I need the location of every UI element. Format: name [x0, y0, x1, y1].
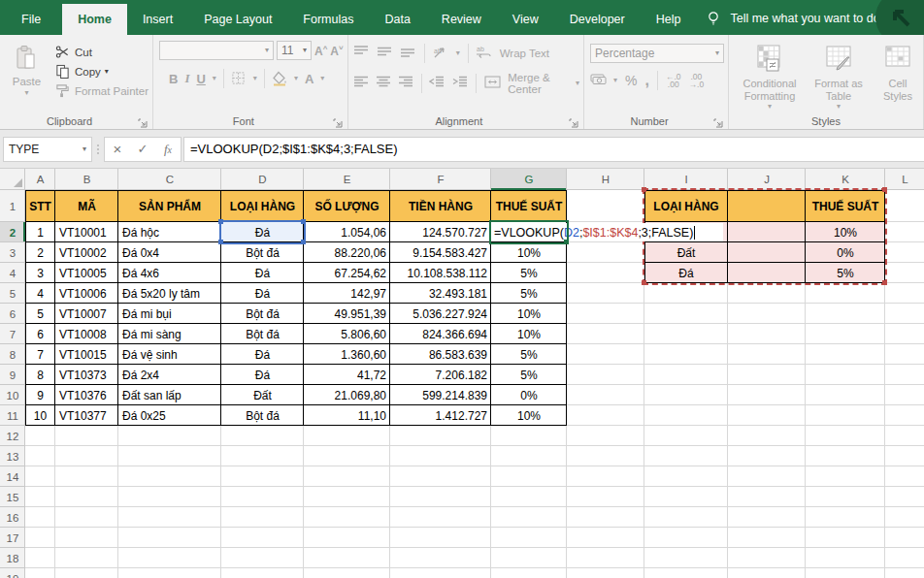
- align-left-icon[interactable]: [354, 76, 369, 91]
- cell-F5[interactable]: 32.493.181: [390, 283, 491, 304]
- cell-B2[interactable]: VT10001: [55, 222, 118, 242]
- row-header-4[interactable]: 4: [0, 263, 25, 283]
- cell-H9[interactable]: [567, 365, 644, 385]
- cell-E4[interactable]: 67.254,62: [304, 263, 390, 283]
- cell-E8[interactable]: 1.360,60: [304, 344, 390, 365]
- cell-H12[interactable]: [567, 426, 644, 446]
- cell-C16[interactable]: [118, 507, 221, 528]
- cell-K15[interactable]: [806, 487, 885, 507]
- font-color-caret-icon[interactable]: ▾: [320, 75, 324, 82]
- cell-K1[interactable]: THUẾ SUẤT: [806, 190, 885, 222]
- cell-E15[interactable]: [304, 487, 390, 507]
- cell-F8[interactable]: 86.583.639: [390, 344, 491, 365]
- cell-I9[interactable]: [644, 365, 728, 385]
- cell-L12[interactable]: [885, 426, 924, 446]
- cell-F3[interactable]: 9.154.583.427: [390, 242, 491, 263]
- cell-A12[interactable]: [25, 426, 55, 446]
- cell-C10[interactable]: Đất san lấp: [118, 385, 221, 405]
- cell-B9[interactable]: VT10373: [55, 365, 118, 385]
- fill-color-button[interactable]: [272, 71, 287, 86]
- cell-C2[interactable]: Đá hộc: [118, 222, 221, 242]
- cell-H13[interactable]: [567, 446, 644, 466]
- cell-editor[interactable]: =VLOOKUP(D2;$I$1:$K$4;3;FALSE): [492, 223, 723, 241]
- tab-help[interactable]: Help: [641, 4, 697, 35]
- row-header-17[interactable]: 17: [0, 528, 25, 548]
- cell-C1[interactable]: SẢN PHẨM: [118, 190, 221, 222]
- cell-A17[interactable]: [25, 528, 55, 548]
- underline-button[interactable]: U: [196, 72, 205, 86]
- cell-J5[interactable]: [728, 283, 806, 304]
- format-painter-button[interactable]: Format Painter: [55, 83, 148, 99]
- row-header-19[interactable]: 19: [0, 568, 25, 578]
- cell-G16[interactable]: [491, 507, 567, 528]
- cell-D11[interactable]: Bột đá: [221, 405, 304, 426]
- tab-review[interactable]: Review: [426, 4, 497, 35]
- cell-J2[interactable]: [728, 222, 806, 242]
- cell-E19[interactable]: [304, 568, 390, 578]
- cell-D5[interactable]: Đá: [221, 283, 304, 304]
- cell-D18[interactable]: [221, 548, 304, 568]
- cell-L4[interactable]: [885, 263, 924, 283]
- cell-D8[interactable]: Đá: [221, 344, 304, 365]
- cell-J16[interactable]: [728, 507, 806, 528]
- cell-B5[interactable]: VT10006: [55, 283, 118, 304]
- cell-J11[interactable]: [728, 405, 806, 426]
- cell-H6[interactable]: [567, 304, 644, 324]
- cell-G17[interactable]: [491, 528, 567, 548]
- cell-F6[interactable]: 5.036.227.924: [390, 304, 491, 324]
- cell-I1[interactable]: LOẠI HÀNG: [644, 190, 728, 222]
- sheet-grid[interactable]: ABCDEFGHIJKL1234567891011121314151617181…: [0, 169, 924, 578]
- format-as-table-button[interactable]: Format as Table ▾: [810, 41, 867, 112]
- cell-L13[interactable]: [885, 446, 924, 466]
- cell-C11[interactable]: Đá 0x25: [118, 405, 221, 426]
- clipboard-dialog-launcher[interactable]: [138, 114, 149, 126]
- cell-A2[interactable]: 1: [25, 222, 55, 242]
- cell-L15[interactable]: [885, 487, 924, 507]
- tab-developer[interactable]: Developer: [554, 4, 641, 35]
- cell-G8[interactable]: 5%: [491, 344, 567, 365]
- cell-J8[interactable]: [728, 344, 806, 365]
- cell-F16[interactable]: [390, 507, 491, 528]
- percent-style-button[interactable]: %: [625, 73, 637, 88]
- cell-F13[interactable]: [390, 446, 491, 466]
- cell-E16[interactable]: [304, 507, 390, 528]
- cell-E10[interactable]: 21.069,80: [304, 385, 390, 405]
- italic-button[interactable]: I: [184, 71, 189, 86]
- cell-I14[interactable]: [644, 466, 728, 487]
- formula-bar-drag-dots[interactable]: [94, 140, 102, 159]
- cell-I10[interactable]: [644, 385, 728, 405]
- cell-I12[interactable]: [644, 426, 728, 446]
- bold-button[interactable]: B: [169, 72, 178, 86]
- cell-C8[interactable]: Đá vệ sinh: [118, 344, 221, 365]
- cell-H17[interactable]: [567, 528, 644, 548]
- cell-I7[interactable]: [644, 324, 728, 344]
- row-header-16[interactable]: 16: [0, 507, 25, 528]
- name-box[interactable]: TYPE ▾: [3, 137, 92, 162]
- row-header-2[interactable]: 2: [0, 222, 25, 242]
- cell-J13[interactable]: [728, 446, 806, 466]
- cell-G3[interactable]: 10%: [491, 242, 567, 263]
- cell-I6[interactable]: [644, 304, 728, 324]
- cell-J15[interactable]: [728, 487, 806, 507]
- cell-D7[interactable]: Bột đá: [221, 324, 304, 344]
- cell-E5[interactable]: 142,97: [304, 283, 390, 304]
- cell-K4[interactable]: 5%: [806, 263, 885, 283]
- tab-formulas[interactable]: Formulas: [287, 4, 369, 35]
- cell-J12[interactable]: [728, 426, 806, 446]
- cell-H4[interactable]: [567, 263, 644, 283]
- cell-G5[interactable]: 5%: [491, 283, 567, 304]
- cancel-button[interactable]: ×: [105, 141, 130, 157]
- cell-F14[interactable]: [390, 466, 491, 487]
- cell-J3[interactable]: [728, 242, 806, 263]
- cell-G1[interactable]: THUẾ SUẤT: [491, 190, 567, 222]
- cell-I13[interactable]: [644, 446, 728, 466]
- cell-B4[interactable]: VT10005: [55, 263, 118, 283]
- cell-K14[interactable]: [806, 466, 885, 487]
- cell-E7[interactable]: 5.806,60: [304, 324, 390, 344]
- cell-K10[interactable]: [806, 385, 885, 405]
- decrease-decimal-button[interactable]: .00→.0: [689, 73, 705, 88]
- cell-G15[interactable]: [491, 487, 567, 507]
- cell-C14[interactable]: [118, 466, 221, 487]
- cell-B7[interactable]: VT10008: [55, 324, 118, 344]
- column-header-K[interactable]: K: [806, 169, 885, 190]
